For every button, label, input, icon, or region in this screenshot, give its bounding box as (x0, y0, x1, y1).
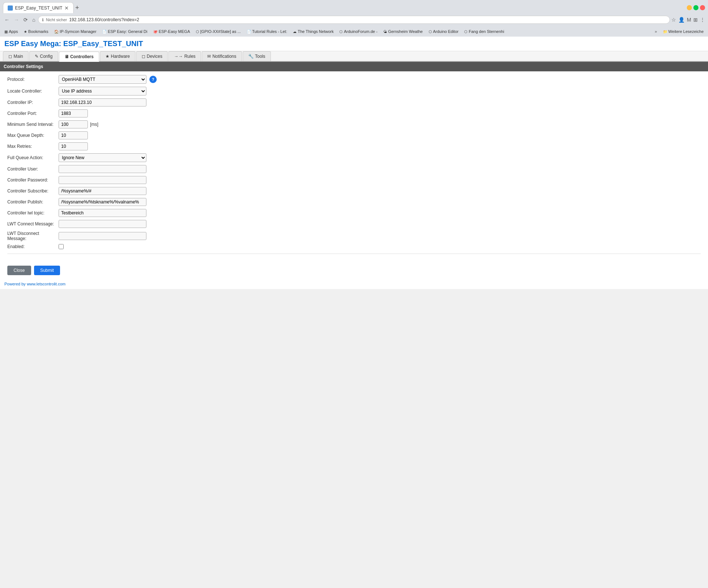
lwt-disconnect-input[interactable] (59, 232, 146, 240)
window-maximize-button[interactable] (693, 5, 698, 10)
bookmark-arduino-forum[interactable]: ⬡ ArduinoForum.de - (338, 29, 379, 34)
max-retries-input[interactable] (59, 142, 88, 150)
bookmark-tutorial[interactable]: 📄 Tutorial Rules - Let: (245, 29, 289, 34)
window-close-button[interactable] (700, 5, 705, 10)
address-actions: ☆ 👤 M ⊞ ⋮ (671, 17, 705, 23)
reload-button[interactable]: ⟳ (22, 16, 29, 23)
controller-subscribe-label: Controller Subscribe: (7, 188, 59, 194)
tab-devices[interactable]: ◻ Devices (136, 51, 168, 61)
tab-close-icon[interactable]: ✕ (64, 5, 69, 11)
forward-button[interactable]: → (12, 16, 21, 23)
bookmark-weitere[interactable]: 📁 Weitere Lesezeiche (662, 29, 705, 34)
controller-ip-input[interactable] (59, 98, 146, 106)
bookmark-bookmarks[interactable]: ★ Bookmarks (22, 29, 50, 34)
tab-devices-label: Devices (147, 54, 163, 59)
max-queue-depth-label: Max Queue Depth: (7, 133, 59, 138)
arduino-forum-icon: ⬡ (339, 30, 343, 34)
max-queue-depth-input[interactable] (59, 131, 88, 139)
tab-notifications[interactable]: ✉ Notifications (202, 51, 242, 61)
apps-icon[interactable]: ⊞ (693, 17, 698, 23)
controller-ip-label: Controller IP: (7, 100, 59, 105)
form-content: Protocol: OpenHAB MQTT ? Locate Controll… (0, 71, 708, 262)
browser-chrome: ESP_Easy_TEST_UNIT ✕ + ← → ⟳ ⌂ ℹ Nicht s… (0, 0, 708, 37)
bookmark-esp-mega[interactable]: 🐙 ESP-Easy MEGA (152, 29, 191, 34)
controller-publish-input[interactable] (59, 198, 146, 206)
submit-button[interactable]: Submit (34, 266, 60, 275)
gmail-icon[interactable]: M (687, 17, 691, 23)
tab-config[interactable]: ✎ Config (29, 51, 58, 61)
protocol-row: Protocol: OpenHAB MQTT ? (7, 75, 701, 84)
fang-icon: ⬡ (464, 30, 467, 34)
min-send-interval-row: Minimum Send Interval: [ms] (7, 120, 701, 128)
star-icon[interactable]: ☆ (671, 17, 676, 23)
max-queue-depth-row: Max Queue Depth: (7, 131, 701, 139)
bookmark-ttn[interactable]: ☁ The Things Network (291, 29, 335, 34)
tab-rules[interactable]: →→ Rules (168, 51, 201, 61)
controller-lwl-topic-input[interactable] (59, 209, 146, 217)
home-bookmark-icon: 🏠 (54, 30, 59, 34)
bookmark-esp-general[interactable]: 📄 ESP Easy: General Di (101, 29, 149, 34)
close-button[interactable]: Close (7, 266, 31, 275)
enabled-checkbox[interactable] (59, 244, 64, 249)
controller-port-input[interactable] (59, 109, 88, 117)
navigation-tabs: ◻ Main ✎ Config 🖥 Controllers ★ Hardware… (0, 51, 708, 62)
new-tab-button[interactable]: + (75, 4, 79, 12)
home-button[interactable]: ⌂ (31, 16, 37, 23)
tab-hardware-label: Hardware (111, 54, 130, 59)
lwt-disconnect-row: LWT Disconnect Message: (7, 231, 701, 241)
rules-icon: →→ (174, 54, 183, 59)
bookmark-fang-label: Fang den Sternenhi (469, 29, 504, 34)
controller-subscribe-input[interactable] (59, 187, 146, 195)
menu-icon[interactable]: ⋮ (700, 17, 705, 23)
bookmark-arduino-editor[interactable]: ⬡ Arduino Editor (427, 29, 460, 34)
bookmark-ipsymcon[interactable]: 🏠 IP-Symcon Manager (53, 29, 98, 34)
protocol-select[interactable]: OpenHAB MQTT (59, 75, 146, 84)
controller-password-input[interactable] (59, 176, 146, 184)
bookmark-fang[interactable]: ⬡ Fang den Sternenhi (463, 29, 506, 34)
controller-user-input[interactable] (59, 165, 146, 173)
account-icon[interactable]: 👤 (678, 17, 685, 23)
browser-tab[interactable]: ESP_Easy_TEST_UNIT ✕ (3, 2, 74, 13)
controller-port-row: Controller Port: (7, 109, 701, 117)
enabled-label: Enabled: (7, 244, 59, 249)
more-bookmarks-label: » (655, 29, 657, 34)
more-bookmarks-button[interactable]: » (653, 29, 658, 34)
address-bar[interactable]: ℹ Nicht sicher 192.168.123.60/controller… (38, 16, 670, 24)
lwt-connect-label: LWT Connect Message: (7, 221, 59, 226)
locate-controller-row: Locate Controller: Use IP address (7, 87, 701, 95)
powered-by-text: Powered by (4, 282, 27, 286)
bookmark-gpio[interactable]: ⬡ [GPIO-XX#State] as ... (194, 29, 242, 34)
github-icon: 🐙 (153, 30, 157, 34)
tab-controllers[interactable]: 🖥 Controllers (59, 52, 99, 62)
controllers-icon: 🖥 (64, 54, 69, 59)
lwt-connect-input[interactable] (59, 220, 146, 228)
full-queue-action-select[interactable]: Ignore New Delete Oldest (59, 153, 146, 162)
page-header: ESP Easy Mega: ESP_Easy_TEST_UNIT (0, 37, 708, 51)
bookmark-esp-mega-label: ESP-Easy MEGA (159, 29, 190, 34)
url-display: 192.168.123.60/controllers?index=2 (69, 17, 139, 22)
controller-password-row: Controller Password: (7, 176, 701, 184)
min-send-interval-input[interactable] (59, 120, 88, 128)
full-queue-action-row: Full Queue Action: Ignore New Delete Old… (7, 153, 701, 162)
page-title: ESP Easy Mega: ESP_Easy_TEST_UNIT (4, 40, 143, 48)
tab-tools-label: Tools (255, 54, 265, 59)
config-icon: ✎ (35, 54, 38, 59)
footer-link[interactable]: www.letscontrolit.com (27, 282, 66, 286)
max-retries-row: Max Retries: (7, 142, 701, 150)
tab-hardware[interactable]: ★ Hardware (100, 51, 135, 61)
page-wrapper: ESP Easy Mega: ESP_Easy_TEST_UNIT ◻ Main… (0, 37, 708, 289)
window-minimize-button[interactable] (687, 5, 692, 10)
bookmark-gernsheim[interactable]: 🌤 Gernsheim Weathe (382, 29, 424, 34)
tutorial-icon: 📄 (247, 30, 251, 34)
bookmark-arduino-forum-label: ArduinoForum.de - (344, 29, 377, 34)
lwt-connect-row: LWT Connect Message: (7, 220, 701, 228)
tab-main[interactable]: ◻ Main (3, 51, 29, 61)
tab-controllers-label: Controllers (70, 54, 94, 59)
bookmark-apps[interactable]: ▦ Apps (3, 29, 19, 34)
locate-controller-select[interactable]: Use IP address (59, 87, 146, 95)
controller-lwl-topic-row: Controller lwl topic: (7, 209, 701, 217)
tab-tools[interactable]: 🔧 Tools (243, 51, 271, 61)
back-button[interactable]: ← (3, 16, 11, 23)
protocol-help-button[interactable]: ? (149, 76, 157, 83)
bookmark-arduino-editor-label: Arduino Editor (433, 29, 459, 34)
